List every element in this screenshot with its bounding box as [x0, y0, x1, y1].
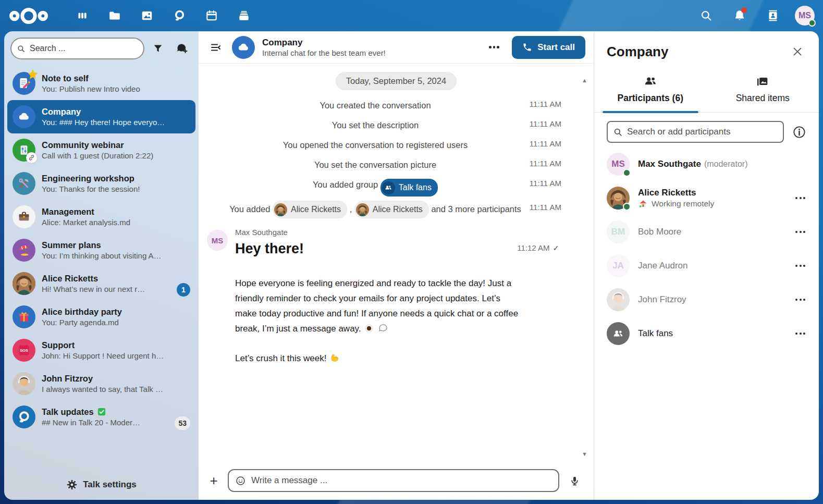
tab-participants[interactable]: Participants (6)	[594, 70, 707, 112]
start-call-label: Start call	[537, 42, 575, 53]
conversation-title: Alice birthday party	[42, 307, 190, 317]
conversation-title: Engineering workshop	[42, 174, 190, 183]
attachment-plus-button[interactable]: +	[207, 474, 220, 487]
participant-name: Jane Audron	[638, 261, 687, 271]
talk-settings-button[interactable]: Talk settings	[4, 470, 199, 500]
conversation-last-message: You: Thanks for the session!	[42, 185, 190, 193]
message-area: ▲ ▼ Today, September 5, 2024 You created…	[199, 64, 594, 466]
deck-icon[interactable]	[232, 4, 255, 27]
participant-row[interactable]: John Fitzroy	[594, 282, 819, 316]
conversation-item[interactable]: John FitzroyI always wanted to say, that…	[7, 367, 195, 400]
message-author: Max Southgate	[235, 228, 519, 237]
tab-shared-items-label: Shared items	[736, 93, 790, 104]
message-input[interactable]	[251, 475, 552, 486]
user-initials: MS	[799, 11, 811, 20]
conversation-item[interactable]: Talk updates## New in Talk 20 - Moder…53	[7, 400, 195, 434]
conversation-item[interactable]: Note to selfYou: Publish new Intro video	[7, 67, 195, 100]
search-icon	[17, 44, 26, 54]
new-chat-icon	[176, 42, 188, 55]
dashboard-icon[interactable]	[71, 4, 94, 27]
participant-menu-button[interactable]	[795, 197, 805, 199]
participant-row[interactable]: MSMax Southgate(moderator)	[594, 147, 819, 181]
participant-menu-button[interactable]	[795, 299, 805, 301]
unified-search-icon[interactable]	[695, 4, 718, 27]
emoji-picker-icon[interactable]	[235, 475, 246, 486]
talk-icon[interactable]	[168, 4, 191, 27]
message-input-box[interactable]	[228, 469, 559, 492]
user-mention-chip[interactable]: Alice Ricketts	[354, 201, 429, 218]
message-heading: Hey there!	[235, 241, 519, 257]
participant-row[interactable]: BMBob Moore	[594, 215, 819, 249]
participant-row[interactable]: Alice Ricketts Working remotely	[594, 181, 819, 215]
system-message: You created the conversation11:11 AM	[199, 95, 594, 115]
conversation-item[interactable]: Summer plansYou: I’m thinking about visi…	[7, 233, 195, 267]
online-status-dot	[623, 203, 631, 211]
chat-message: MS Max Southgate Hey there! Hope everyon…	[199, 220, 594, 366]
system-message-time: 11:11 AM	[530, 203, 561, 212]
conversation-title: Support	[42, 340, 190, 350]
details-tabs: Participants (6) Shared items	[594, 70, 819, 113]
scroll-up-arrow[interactable]: ▲	[582, 77, 587, 83]
conversation-title: Management	[42, 207, 190, 217]
participant-search[interactable]	[607, 121, 784, 143]
close-details-button[interactable]	[789, 43, 806, 60]
search-icon	[613, 127, 623, 137]
sos-avatar: SOS	[13, 339, 35, 362]
conversation-item[interactable]: CompanyYou: ### Hey there! Hope everyo…	[7, 100, 195, 133]
photos-icon[interactable]	[136, 4, 158, 27]
participant-row[interactable]: Talk fans	[594, 316, 819, 350]
collapse-sidebar-icon[interactable]	[207, 39, 225, 56]
voice-message-button[interactable]	[567, 473, 582, 488]
nextcloud-logo[interactable]	[8, 5, 49, 26]
conversation-item[interactable]: Alice RickettsHi! What’s new in our next…	[7, 267, 195, 300]
system-message-text: You added Alice Ricketts , Alice Rickett…	[229, 201, 521, 218]
notification-dot	[741, 7, 747, 13]
participant-row[interactable]: JAJane Audron	[594, 249, 819, 282]
conversation-list: Note to selfYou: Publish new Intro video…	[4, 65, 199, 470]
conversation-item[interactable]: Community webinarCall with 1 guest (Dura…	[7, 133, 195, 167]
conversation-item[interactable]: Alice birthday partyYou: Party agenda.md	[7, 300, 195, 334]
user-status-dot	[808, 19, 816, 27]
conversation-item[interactable]: SOSSupportJohn: Hi Support ! Need urgent…	[7, 334, 195, 367]
group-mention-chip[interactable]: Talk fans	[380, 179, 438, 196]
start-call-button[interactable]: Start call	[512, 36, 585, 59]
conversation-menu-button[interactable]	[484, 37, 505, 58]
conversation-search[interactable]	[10, 38, 144, 59]
participant-menu-button[interactable]	[795, 333, 805, 335]
message-time: 11:12 AM✓	[517, 243, 559, 253]
calendar-icon[interactable]	[200, 4, 223, 27]
system-message-time: 11:11 AM	[530, 179, 561, 188]
user-mention-chip[interactable]: Alice Ricketts	[273, 201, 347, 218]
new-conversation-button[interactable]	[171, 38, 192, 59]
tab-shared-items[interactable]: Shared items	[707, 70, 819, 112]
participant-status: Working remotely	[638, 199, 714, 208]
conversation-item[interactable]: ManagementAlice: Market analysis.md	[7, 200, 195, 233]
system-message: You set the conversation picture11:11 AM	[199, 155, 594, 175]
participant-search-input[interactable]	[627, 127, 778, 137]
contacts-icon[interactable]	[761, 4, 784, 27]
user-avatar[interactable]: MS	[795, 6, 815, 26]
info-icon[interactable]	[792, 125, 806, 139]
conversation-last-message: ## New in Talk 20 - Moder…	[42, 418, 190, 427]
link-icon	[26, 152, 37, 163]
scroll-down-arrow[interactable]: ▼	[582, 451, 587, 457]
conversation-item[interactable]: Engineering workshopYou: Thanks for the …	[7, 167, 195, 200]
conversation-search-input[interactable]	[30, 44, 138, 53]
participant-menu-button[interactable]	[795, 231, 805, 233]
notifications-bell-icon[interactable]	[728, 4, 751, 27]
conversation-details-panel: Company Participants (6) Shared items MS…	[594, 31, 819, 500]
files-icon[interactable]	[103, 4, 126, 27]
conversation-last-message: You: I’m thinking about visiting A…	[42, 251, 190, 260]
filter-conversations-button[interactable]	[148, 38, 168, 59]
message-paragraph: Let’s crush it this week!	[235, 351, 519, 366]
system-message: You set the description11:11 AM	[199, 115, 594, 135]
participants-icon	[643, 74, 658, 89]
system-message: You opened the conversation to registere…	[199, 135, 594, 155]
participant-avatar: MS	[607, 153, 630, 176]
phone-icon	[522, 42, 532, 52]
system-message: You added group Talk fans11:11 AM	[199, 175, 594, 199]
participant-avatar: BM	[607, 220, 630, 243]
participant-menu-button[interactable]	[795, 265, 805, 267]
participant-avatar	[607, 187, 630, 210]
date-separator: Today, September 5, 2024	[336, 72, 457, 90]
